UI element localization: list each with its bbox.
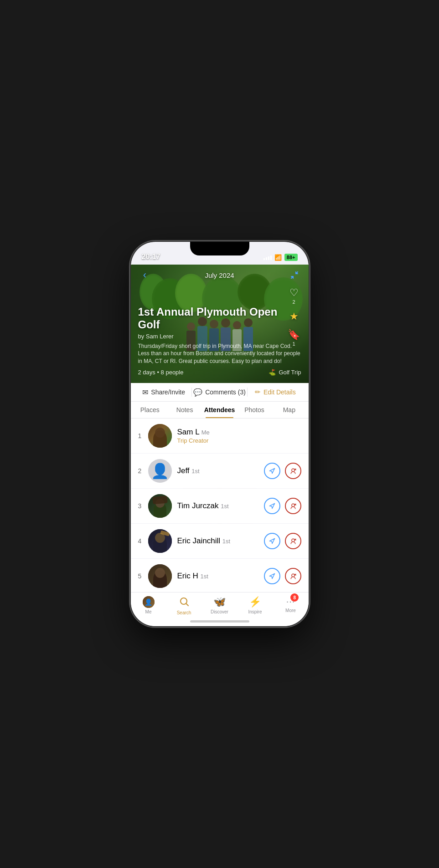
list-item: 1 Sam L Me Trip Creator — [131, 419, 309, 453]
home-indicator — [190, 620, 249, 623]
attendee-name: Tim Jurczak 1st — [177, 501, 264, 511]
hero-content: 1st Annual Plymouth Open Golf by Sam Ler… — [131, 300, 309, 383]
edit-details-button[interactable]: ✏ Edit Details — [248, 388, 303, 396]
attendee-info: Eric H 1st — [177, 572, 264, 581]
remove-attendee-button[interactable] — [285, 568, 301, 584]
attendee-actions — [264, 533, 301, 549]
share-invite-button[interactable]: ✉ Share/Invite — [136, 388, 191, 397]
attendee-name: Sam L Me — [177, 428, 301, 437]
nav-item-me[interactable]: 👤 Me — [131, 596, 166, 615]
status-icons: 📶 88+ — [263, 254, 298, 261]
butterfly-icon: 🦋 — [213, 596, 226, 608]
comment-icon: 💬 — [193, 388, 202, 397]
trip-author: by Sam Lerer — [138, 333, 301, 340]
action-bar: ✉ Share/Invite 💬 Comments (3) ✏ Edit Det… — [131, 383, 309, 402]
nav-label-more: More — [285, 608, 296, 613]
send-invite-button[interactable] — [264, 498, 280, 514]
avatar — [148, 494, 172, 518]
attendee-actions — [264, 568, 301, 584]
phone-frame: 20:17 📶 88+ — [131, 242, 309, 626]
svg-point-8 — [291, 469, 294, 471]
remove-attendee-button[interactable] — [285, 498, 301, 514]
tab-notes[interactable]: Notes — [167, 402, 202, 418]
wifi-icon: 📶 — [274, 254, 282, 261]
send-invite-button[interactable] — [264, 568, 280, 584]
avatar — [148, 424, 172, 448]
attendee-number: 5 — [138, 572, 148, 580]
avatar: 👤 — [148, 459, 172, 483]
trip-description: Thursday/Friday short golf trip in Plymo… — [138, 342, 301, 365]
svg-point-17 — [291, 574, 294, 577]
golf-cart-icon: ⛳ — [269, 369, 276, 376]
remove-attendee-button[interactable] — [285, 533, 301, 549]
trip-type: ⛳ Golf Trip — [269, 369, 301, 376]
nav-item-more[interactable]: ··· 8 More — [273, 596, 309, 615]
attendee-info: Tim Jurczak 1st — [177, 501, 264, 511]
svg-point-11 — [291, 504, 294, 506]
battery-indicator: 88+ — [284, 254, 298, 261]
send-invite-button[interactable] — [264, 463, 280, 479]
attendee-name: Jeff 1st — [177, 466, 264, 475]
attendee-number: 2 — [138, 467, 148, 475]
attendee-name: Eric Jainchill 1st — [177, 536, 264, 546]
hero-nav: ‹ July 2024 — [131, 265, 309, 286]
hero-meta: 2 days • 8 people ⛳ Golf Trip — [138, 369, 301, 376]
edit-icon: ✏ — [255, 388, 261, 396]
envelope-icon: ✉ — [142, 388, 148, 397]
nav-item-inspire[interactable]: ⚡ Inspire — [238, 596, 273, 615]
trip-title: 1st Annual Plymouth Open Golf — [138, 306, 301, 331]
attendee-info: Sam L Me Trip Creator — [177, 428, 301, 444]
nav-label-search: Search — [177, 610, 191, 615]
tab-photos[interactable]: Photos — [237, 402, 272, 418]
status-time: 20:17 — [142, 253, 160, 261]
hero-date: July 2024 — [205, 271, 234, 279]
attendee-name: Eric H 1st — [177, 572, 264, 581]
compress-button[interactable] — [288, 268, 301, 282]
nav-label-discover: Discover — [211, 609, 228, 614]
search-icon — [179, 596, 190, 609]
nav-label-me: Me — [145, 609, 152, 614]
nav-label-inspire: Inspire — [248, 609, 262, 614]
list-item: 4 Eric Jainchill 1st — [131, 524, 309, 558]
avatar-placeholder-icon: 👤 — [151, 462, 169, 480]
tab-places[interactable]: Places — [133, 402, 167, 418]
attendee-number: 1 — [138, 432, 148, 439]
content-tabs: Places Notes Attendees Photos Map — [131, 402, 309, 419]
badge-count: 8 — [290, 593, 299, 602]
lightning-icon: ⚡ — [249, 596, 261, 608]
list-item: 3 Tim Jurczak 1st — [131, 489, 309, 523]
attendee-info: Eric Jainchill 1st — [177, 536, 264, 546]
hero-section: ‹ July 2024 ♡ 2 ★ � — [131, 265, 309, 383]
back-button[interactable]: ‹ — [138, 268, 152, 282]
attendees-list: 1 Sam L Me Trip Creator 2 — [131, 419, 309, 592]
list-item: 2 👤 Jeff 1st — [131, 454, 309, 488]
nav-item-search[interactable]: Search — [166, 596, 202, 615]
attendee-info: Jeff 1st — [177, 466, 264, 475]
attendee-number: 3 — [138, 502, 148, 510]
notch — [190, 242, 249, 255]
me-avatar: 👤 — [143, 596, 155, 608]
svg-point-14 — [291, 539, 294, 541]
attendee-actions — [264, 463, 301, 479]
attendee-role: Trip Creator — [177, 437, 301, 444]
phone-screen: 20:17 📶 88+ — [131, 242, 309, 626]
more-badge: ··· 8 — [286, 596, 295, 607]
list-item: 5 Eric H 1st — [131, 559, 309, 592]
tab-attendees[interactable]: Attendees — [202, 402, 237, 418]
attendee-actions — [264, 498, 301, 514]
avatar — [148, 529, 172, 553]
nav-item-discover[interactable]: 🦋 Discover — [202, 596, 238, 615]
attendee-number: 4 — [138, 537, 148, 545]
comments-button[interactable]: 💬 Comments (3) — [192, 388, 247, 397]
tab-map[interactable]: Map — [272, 402, 306, 418]
trip-stats: 2 days • 8 people — [138, 369, 184, 376]
remove-attendee-button[interactable] — [285, 463, 301, 479]
send-invite-button[interactable] — [264, 533, 280, 549]
avatar — [148, 564, 172, 588]
signal-icon — [263, 255, 272, 260]
